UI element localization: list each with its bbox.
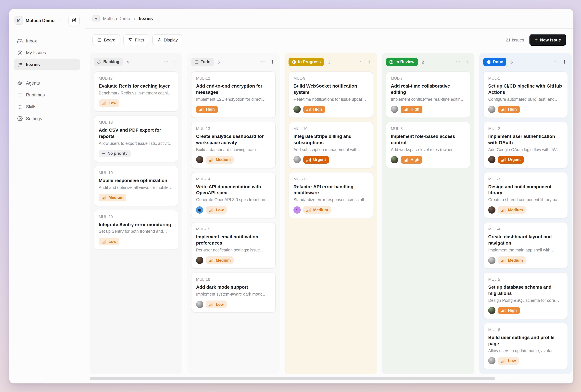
priority-badge: High [401, 156, 422, 164]
issue-description: Generate OpenAPI 3.0 spec from handl… [196, 198, 271, 202]
issue-description: Build a dashboard showing team… [196, 147, 271, 152]
column-add-icon[interactable] [270, 59, 275, 64]
issue-description: Implement E2E encryption for direct… [196, 97, 271, 102]
issue-card[interactable]: MUL-4 Create dashboard layout and naviga… [483, 222, 568, 269]
display-sliders-icon [157, 38, 161, 42]
desktop-background: M Multica Demo InboxMy IssuesIssuesAgent… [0, 0, 581, 392]
issue-card[interactable]: MUL-11 Refactor API error handling middl… [289, 172, 373, 218]
priority-signal-icon [209, 208, 214, 212]
sidebar-nav: InboxMy IssuesIssuesAgentsRuntimesSkills… [14, 35, 80, 124]
issue-description: Set up Sentry for both frontend and… [99, 229, 173, 234]
issue-card[interactable]: MUL-5 Set up database schema and migrati… [483, 272, 568, 319]
column-backlog: Backlog 4 MUL-17 Evaluate Redis for cach… [90, 53, 182, 374]
issue-title: Design and build component library [488, 184, 563, 196]
breadcrumb-workspace-avatar: M [92, 15, 100, 22]
issue-footer: Low [99, 100, 173, 107]
view-board-button[interactable]: Board [92, 34, 120, 46]
card-list: MUL-1 Set up CI/CD pipeline with GitHub … [483, 72, 568, 369]
sidebar-item-agents[interactable]: Agents [14, 77, 80, 88]
column-more-icon[interactable] [163, 59, 168, 64]
column-add-icon[interactable] [465, 59, 470, 64]
issue-description: Audit and optimize all views for mobile… [99, 185, 173, 190]
sidebar-item-inbox[interactable]: Inbox [14, 35, 80, 46]
sidebar-item-my-issues[interactable]: My Issues [14, 47, 80, 58]
issue-id: MUL-19 [99, 170, 173, 175]
status-icon [487, 60, 491, 64]
priority-badge: High [303, 106, 325, 113]
issue-description: Allow users to export issue lists, activ… [99, 141, 173, 146]
workspace-switcher[interactable]: M Multica Demo [14, 15, 80, 26]
filter-button[interactable]: Filter [123, 34, 149, 46]
issue-card[interactable]: MUL-7 Add real-time collaborative editin… [386, 72, 471, 118]
workspace-name: Multica Demo [26, 18, 55, 23]
column-add-icon[interactable] [367, 59, 372, 64]
issue-description: Per-user notification settings: issue… [196, 248, 271, 252]
issue-card[interactable]: MUL-8 Implement role-based access contro… [386, 122, 471, 168]
column-more-icon[interactable] [261, 59, 266, 64]
column-count: 6 [511, 60, 513, 64]
issue-title: Implement user authentication with OAuth [488, 133, 563, 146]
issue-card[interactable]: MUL-20 Integrate Sentry error monitoring… [94, 210, 178, 250]
issue-footer: Medium [488, 206, 563, 214]
issue-id: MUL-6 [488, 328, 563, 332]
column-add-icon[interactable] [172, 59, 178, 64]
display-button[interactable]: Display [152, 34, 182, 46]
card-list: MUL-17 Evaluate Redis for caching layer … [94, 72, 178, 250]
priority-signal-icon [501, 308, 506, 312]
issue-card[interactable]: MUL-15 Implement email notification pref… [191, 222, 276, 269]
issue-card[interactable]: MUL-14 Write API documentation with Open… [191, 172, 276, 218]
column-add-icon[interactable] [562, 59, 567, 64]
status-icon [97, 60, 101, 64]
issue-description: Allow users to update name, avatar,… [488, 348, 563, 353]
issue-card[interactable]: MUL-6 Build user settings and profile pa… [483, 323, 568, 369]
issue-description: Add Google OAuth login flow with JWT… [488, 147, 563, 152]
issue-card[interactable]: MUL-18 Add CSV and PDF export for report… [94, 116, 178, 162]
view-board-label: Board [104, 37, 115, 42]
issue-card[interactable]: MUL-1 Set up CI/CD pipeline with GitHub … [483, 72, 568, 118]
priority-label: Low [108, 101, 116, 106]
issue-footer: High [196, 106, 271, 113]
assignee-avatar [488, 256, 496, 264]
priority-label: Urgent [508, 157, 521, 162]
status-label: Backlog [103, 60, 119, 64]
column-more-icon[interactable] [358, 59, 363, 64]
issue-card[interactable]: MUL-16 Add dark mode support Implement s… [191, 272, 276, 313]
priority-label: No priority [108, 151, 127, 156]
issue-description: Standardize error responses across all… [293, 198, 368, 202]
priority-signal-icon [102, 196, 107, 200]
issue-title: Add dark mode support [196, 284, 271, 290]
breadcrumb-page: Issues [139, 16, 153, 21]
status-pill: Todo [191, 58, 214, 66]
status-icon [292, 60, 296, 64]
display-label: Display [164, 37, 178, 42]
priority-label: Medium [508, 208, 523, 212]
sidebar-item-issues[interactable]: Issues [14, 59, 80, 70]
sidebar-item-skills[interactable]: Skills [14, 101, 80, 112]
column-count: 3 [328, 60, 330, 64]
issue-description: Configure automated build, test, and… [488, 97, 563, 102]
priority-signal-icon [306, 208, 311, 212]
issue-card[interactable]: MUL-19 Mobile responsive optimization Au… [94, 166, 178, 206]
issue-card[interactable]: MUL-3 Design and build component library… [483, 172, 568, 218]
sidebar-item-settings[interactable]: Settings [14, 113, 80, 124]
issue-footer: High [293, 106, 368, 113]
issue-card[interactable]: MUL-2 Implement user authentication with… [483, 122, 568, 168]
issue-card[interactable]: MUL-13 Create analytics dashboard for wo… [191, 122, 276, 168]
column-more-icon[interactable] [455, 59, 461, 64]
priority-label: Urgent [313, 157, 326, 162]
issue-card[interactable]: MUL-9 Build WebSocket notification syste… [289, 72, 373, 118]
issue-card[interactable]: MUL-10 Integrate Stripe billing and subs… [289, 122, 373, 168]
breadcrumb-workspace[interactable]: Multica Demo [103, 16, 130, 21]
issue-card[interactable]: MUL-12 Add end-to-end encryption for mes… [191, 72, 276, 118]
new-issue-compose-button[interactable] [68, 15, 80, 26]
issue-card[interactable]: MUL-17 Evaluate Redis for caching layer … [94, 72, 178, 112]
priority-signal-icon [102, 101, 107, 105]
scrollbar-thumb[interactable] [90, 377, 495, 380]
column-count: 4 [126, 60, 129, 64]
sidebar-item-runtimes[interactable]: Runtimes [14, 89, 80, 100]
priority-signal-icon [501, 258, 506, 262]
column-more-icon[interactable] [553, 59, 558, 64]
status-pill: Backlog [94, 58, 122, 66]
new-issue-button[interactable]: + New Issue [529, 34, 566, 46]
board-columns-icon [97, 38, 102, 42]
